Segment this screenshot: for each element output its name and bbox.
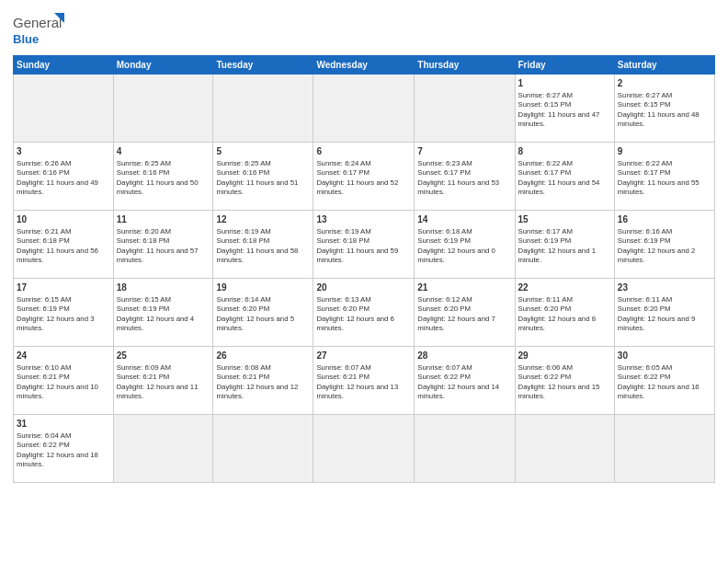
day-number: 2: [618, 77, 711, 90]
day-cell: 29Sunrise: 6:06 AM Sunset: 6:22 PM Dayli…: [515, 347, 614, 415]
day-cell: [415, 75, 515, 143]
col-header-saturday: Saturday: [614, 56, 714, 75]
day-number: 30: [618, 350, 711, 362]
day-cell: 16Sunrise: 6:16 AM Sunset: 6:19 PM Dayli…: [614, 211, 714, 279]
day-info: Sunrise: 6:24 AM Sunset: 6:17 PM Dayligh…: [316, 159, 411, 198]
day-info: Sunrise: 6:27 AM Sunset: 6:15 PM Dayligh…: [618, 91, 711, 130]
day-info: Sunrise: 6:07 AM Sunset: 6:21 PM Dayligh…: [316, 363, 411, 402]
day-cell: [313, 415, 415, 483]
day-info: Sunrise: 6:10 AM Sunset: 6:21 PM Dayligh…: [17, 363, 110, 402]
day-number: 5: [216, 145, 310, 158]
day-number: 7: [417, 145, 511, 158]
logo: GeneralBlue: [13, 11, 68, 48]
day-info: Sunrise: 6:15 AM Sunset: 6:19 PM Dayligh…: [117, 295, 210, 334]
day-cell: 20Sunrise: 6:13 AM Sunset: 6:20 PM Dayli…: [313, 279, 415, 347]
day-cell: [113, 75, 213, 143]
week-row-1: 1Sunrise: 6:27 AM Sunset: 6:15 PM Daylig…: [14, 75, 715, 143]
day-info: Sunrise: 6:11 AM Sunset: 6:20 PM Dayligh…: [518, 295, 611, 334]
day-number: 1: [518, 77, 611, 90]
day-cell: 21Sunrise: 6:12 AM Sunset: 6:20 PM Dayli…: [415, 279, 515, 347]
day-info: Sunrise: 6:25 AM Sunset: 6:16 PM Dayligh…: [117, 159, 210, 198]
day-info: Sunrise: 6:26 AM Sunset: 6:16 PM Dayligh…: [17, 159, 110, 198]
calendar-header: SundayMondayTuesdayWednesdayThursdayFrid…: [14, 56, 715, 75]
day-info: Sunrise: 6:12 AM Sunset: 6:20 PM Dayligh…: [417, 295, 511, 334]
day-cell: 24Sunrise: 6:10 AM Sunset: 6:21 PM Dayli…: [14, 347, 114, 415]
day-number: 14: [417, 213, 511, 226]
day-info: Sunrise: 6:08 AM Sunset: 6:21 PM Dayligh…: [216, 363, 310, 402]
day-info: Sunrise: 6:21 AM Sunset: 6:18 PM Dayligh…: [17, 227, 110, 266]
day-cell: 27Sunrise: 6:07 AM Sunset: 6:21 PM Dayli…: [313, 347, 415, 415]
day-cell: 19Sunrise: 6:14 AM Sunset: 6:20 PM Dayli…: [213, 279, 313, 347]
day-number: 25: [117, 350, 210, 362]
day-number: 3: [17, 145, 110, 158]
generalblue-logo-icon: GeneralBlue: [13, 11, 68, 48]
col-header-tuesday: Tuesday: [213, 56, 313, 75]
day-cell: [14, 75, 114, 143]
day-cell: 3Sunrise: 6:26 AM Sunset: 6:16 PM Daylig…: [14, 143, 114, 211]
day-info: Sunrise: 6:14 AM Sunset: 6:20 PM Dayligh…: [216, 295, 310, 334]
calendar-body: 1Sunrise: 6:27 AM Sunset: 6:15 PM Daylig…: [14, 75, 715, 483]
day-cell: 23Sunrise: 6:11 AM Sunset: 6:20 PM Dayli…: [614, 279, 714, 347]
day-info: Sunrise: 6:23 AM Sunset: 6:17 PM Dayligh…: [417, 159, 511, 198]
day-number: 4: [117, 145, 210, 158]
day-info: Sunrise: 6:07 AM Sunset: 6:22 PM Dayligh…: [417, 363, 511, 402]
day-cell: 22Sunrise: 6:11 AM Sunset: 6:20 PM Dayli…: [515, 279, 614, 347]
day-cell: 26Sunrise: 6:08 AM Sunset: 6:21 PM Dayli…: [213, 347, 313, 415]
day-number: 16: [618, 213, 711, 226]
day-info: Sunrise: 6:04 AM Sunset: 6:22 PM Dayligh…: [17, 431, 110, 470]
day-cell: 30Sunrise: 6:05 AM Sunset: 6:22 PM Dayli…: [614, 347, 714, 415]
day-number: 23: [618, 282, 711, 294]
day-number: 15: [518, 213, 611, 226]
day-number: 19: [216, 282, 310, 294]
calendar-table: SundayMondayTuesdayWednesdayThursdayFrid…: [13, 55, 715, 483]
day-number: 31: [17, 418, 110, 431]
day-cell: 1Sunrise: 6:27 AM Sunset: 6:15 PM Daylig…: [515, 75, 614, 143]
day-number: 27: [316, 350, 411, 362]
day-info: Sunrise: 6:22 AM Sunset: 6:17 PM Dayligh…: [518, 159, 611, 198]
week-row-6: 31Sunrise: 6:04 AM Sunset: 6:22 PM Dayli…: [14, 415, 715, 483]
day-info: Sunrise: 6:16 AM Sunset: 6:19 PM Dayligh…: [618, 227, 711, 266]
day-cell: 17Sunrise: 6:15 AM Sunset: 6:19 PM Dayli…: [14, 279, 114, 347]
day-number: 21: [417, 282, 511, 294]
day-info: Sunrise: 6:05 AM Sunset: 6:22 PM Dayligh…: [618, 363, 711, 402]
day-info: Sunrise: 6:15 AM Sunset: 6:19 PM Dayligh…: [17, 295, 110, 334]
day-cell: 14Sunrise: 6:18 AM Sunset: 6:19 PM Dayli…: [415, 211, 515, 279]
col-header-monday: Monday: [113, 56, 213, 75]
day-number: 17: [17, 282, 110, 294]
col-header-sunday: Sunday: [14, 56, 114, 75]
page: GeneralBlue SundayMondayTuesdayWednesday…: [0, 0, 728, 563]
day-info: Sunrise: 6:20 AM Sunset: 6:18 PM Dayligh…: [117, 227, 210, 266]
day-number: 24: [17, 350, 110, 362]
day-cell: 13Sunrise: 6:19 AM Sunset: 6:18 PM Dayli…: [313, 211, 415, 279]
day-cell: 5Sunrise: 6:25 AM Sunset: 6:16 PM Daylig…: [213, 143, 313, 211]
day-number: 18: [117, 282, 210, 294]
col-header-wednesday: Wednesday: [313, 56, 415, 75]
week-row-5: 24Sunrise: 6:10 AM Sunset: 6:21 PM Dayli…: [14, 347, 715, 415]
day-info: Sunrise: 6:19 AM Sunset: 6:18 PM Dayligh…: [316, 227, 411, 266]
day-cell: 11Sunrise: 6:20 AM Sunset: 6:18 PM Dayli…: [113, 211, 213, 279]
days-of-week-row: SundayMondayTuesdayWednesdayThursdayFrid…: [14, 56, 715, 75]
day-number: 8: [518, 145, 611, 158]
day-cell: 18Sunrise: 6:15 AM Sunset: 6:19 PM Dayli…: [113, 279, 213, 347]
header: GeneralBlue: [13, 11, 715, 48]
day-cell: 9Sunrise: 6:22 AM Sunset: 6:17 PM Daylig…: [614, 143, 714, 211]
svg-text:Blue: Blue: [13, 32, 39, 46]
day-cell: 12Sunrise: 6:19 AM Sunset: 6:18 PM Dayli…: [213, 211, 313, 279]
day-number: 20: [316, 282, 411, 294]
day-cell: [213, 415, 313, 483]
day-cell: [313, 75, 415, 143]
col-header-friday: Friday: [515, 56, 614, 75]
day-cell: 8Sunrise: 6:22 AM Sunset: 6:17 PM Daylig…: [515, 143, 614, 211]
day-info: Sunrise: 6:09 AM Sunset: 6:21 PM Dayligh…: [117, 363, 210, 402]
day-cell: 15Sunrise: 6:17 AM Sunset: 6:19 PM Dayli…: [515, 211, 614, 279]
col-header-thursday: Thursday: [415, 56, 515, 75]
day-cell: 2Sunrise: 6:27 AM Sunset: 6:15 PM Daylig…: [614, 75, 714, 143]
day-number: 28: [417, 350, 511, 362]
day-number: 13: [316, 213, 411, 226]
svg-text:General: General: [13, 15, 62, 30]
week-row-2: 3Sunrise: 6:26 AM Sunset: 6:16 PM Daylig…: [14, 143, 715, 211]
day-info: Sunrise: 6:27 AM Sunset: 6:15 PM Dayligh…: [518, 91, 611, 130]
day-cell: [614, 415, 714, 483]
day-number: 6: [316, 145, 411, 158]
week-row-3: 10Sunrise: 6:21 AM Sunset: 6:18 PM Dayli…: [14, 211, 715, 279]
